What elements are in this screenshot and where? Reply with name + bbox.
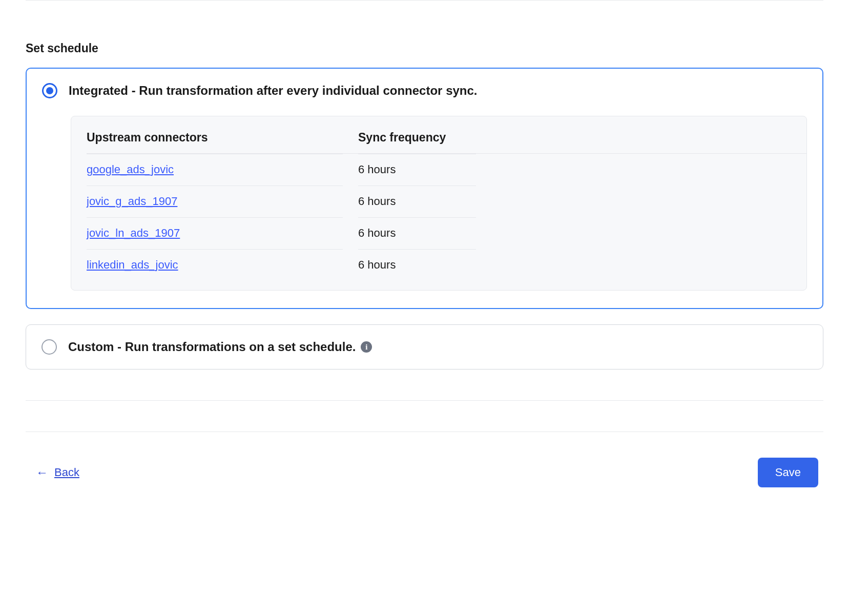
top-divider [26,0,823,1]
back-button[interactable]: ← Back [36,465,79,480]
table-header-frequency: Sync frequency [343,126,476,154]
table-header-connectors: Upstream connectors [71,126,343,154]
arrow-left-icon: ← [36,465,48,480]
radio-label-custom-wrap: Custom - Run transformations on a set sc… [68,340,372,354]
radio-dot-icon [46,87,53,94]
divider-2 [26,432,823,432]
divider-1 [26,400,823,401]
info-icon[interactable]: i [361,341,372,353]
radio-row-integrated: Integrated - Run transformation after ev… [42,83,807,98]
radio-mid-icon [44,85,55,96]
radio-label-integrated: Integrated - Run transformation after ev… [69,84,478,98]
connector-frequency: 6 hours [358,227,396,239]
table-row: linkedin_ads_jovic 6 hours [71,249,806,281]
save-button[interactable]: Save [758,458,818,487]
connector-link[interactable]: jovic_ln_ads_1907 [87,227,180,239]
radio-label-custom: Custom - Run transformations on a set sc… [68,340,356,354]
table-row: google_ads_jovic 6 hours [71,154,806,186]
radio-row-custom: Custom - Run transformations on a set sc… [42,339,807,355]
connector-frequency: 6 hours [358,163,396,176]
connector-link[interactable]: google_ads_jovic [87,163,174,176]
upstream-connectors-table: Upstream connectors Sync frequency googl… [71,116,807,291]
back-label: Back [54,466,79,479]
radio-custom[interactable] [42,339,57,355]
footer-row: ← Back Save [26,458,823,487]
section-title: Set schedule [26,42,823,55]
connector-link[interactable]: linkedin_ads_jovic [87,258,178,271]
schedule-page: Set schedule Integrated - Run transforma… [0,0,849,518]
connector-frequency: 6 hours [358,258,396,271]
connector-link[interactable]: jovic_g_ads_1907 [87,195,177,208]
schedule-option-custom[interactable]: Custom - Run transformations on a set sc… [26,324,823,369]
table-header-spacer [476,126,806,154]
connector-frequency: 6 hours [358,195,396,208]
table-row: jovic_ln_ads_1907 6 hours [71,217,806,249]
table-row: jovic_g_ads_1907 6 hours [71,186,806,217]
radio-integrated[interactable] [42,83,57,98]
schedule-option-integrated[interactable]: Integrated - Run transformation after ev… [26,68,823,309]
